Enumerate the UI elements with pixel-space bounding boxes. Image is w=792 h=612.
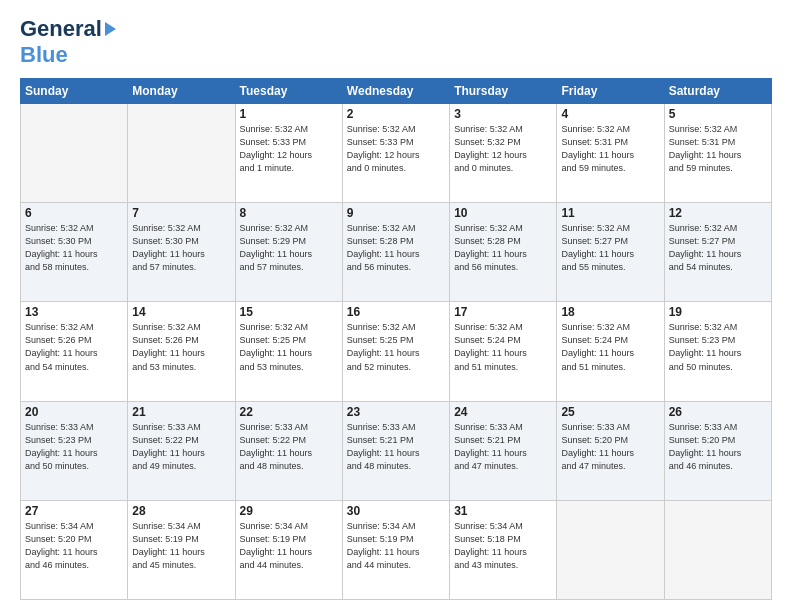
day-number: 7 <box>132 206 230 220</box>
calendar-week-5: 27Sunrise: 5:34 AM Sunset: 5:20 PM Dayli… <box>21 500 772 599</box>
day-number: 25 <box>561 405 659 419</box>
weekday-monday: Monday <box>128 79 235 104</box>
day-info: Sunrise: 5:32 AM Sunset: 5:27 PM Dayligh… <box>669 222 767 274</box>
day-number: 30 <box>347 504 445 518</box>
day-number: 18 <box>561 305 659 319</box>
weekday-thursday: Thursday <box>450 79 557 104</box>
day-info: Sunrise: 5:34 AM Sunset: 5:19 PM Dayligh… <box>240 520 338 572</box>
day-number: 19 <box>669 305 767 319</box>
calendar-cell: 16Sunrise: 5:32 AM Sunset: 5:25 PM Dayli… <box>342 302 449 401</box>
header: General Blue <box>20 16 772 68</box>
calendar-cell: 31Sunrise: 5:34 AM Sunset: 5:18 PM Dayli… <box>450 500 557 599</box>
day-info: Sunrise: 5:32 AM Sunset: 5:32 PM Dayligh… <box>454 123 552 175</box>
calendar-cell <box>128 104 235 203</box>
day-number: 3 <box>454 107 552 121</box>
calendar-cell <box>21 104 128 203</box>
day-info: Sunrise: 5:34 AM Sunset: 5:19 PM Dayligh… <box>132 520 230 572</box>
calendar-cell: 19Sunrise: 5:32 AM Sunset: 5:23 PM Dayli… <box>664 302 771 401</box>
calendar-cell: 20Sunrise: 5:33 AM Sunset: 5:23 PM Dayli… <box>21 401 128 500</box>
calendar-cell <box>557 500 664 599</box>
calendar-cell: 3Sunrise: 5:32 AM Sunset: 5:32 PM Daylig… <box>450 104 557 203</box>
calendar-cell: 6Sunrise: 5:32 AM Sunset: 5:30 PM Daylig… <box>21 203 128 302</box>
day-number: 24 <box>454 405 552 419</box>
page: General Blue SundayMondayTuesdayWednesda… <box>0 0 792 612</box>
day-info: Sunrise: 5:32 AM Sunset: 5:33 PM Dayligh… <box>240 123 338 175</box>
day-info: Sunrise: 5:32 AM Sunset: 5:26 PM Dayligh… <box>25 321 123 373</box>
calendar-cell: 22Sunrise: 5:33 AM Sunset: 5:22 PM Dayli… <box>235 401 342 500</box>
calendar-week-4: 20Sunrise: 5:33 AM Sunset: 5:23 PM Dayli… <box>21 401 772 500</box>
calendar-cell <box>664 500 771 599</box>
day-number: 22 <box>240 405 338 419</box>
calendar-week-1: 1Sunrise: 5:32 AM Sunset: 5:33 PM Daylig… <box>21 104 772 203</box>
day-number: 11 <box>561 206 659 220</box>
weekday-wednesday: Wednesday <box>342 79 449 104</box>
day-info: Sunrise: 5:32 AM Sunset: 5:25 PM Dayligh… <box>347 321 445 373</box>
day-number: 15 <box>240 305 338 319</box>
weekday-saturday: Saturday <box>664 79 771 104</box>
calendar-cell: 12Sunrise: 5:32 AM Sunset: 5:27 PM Dayli… <box>664 203 771 302</box>
day-info: Sunrise: 5:34 AM Sunset: 5:18 PM Dayligh… <box>454 520 552 572</box>
calendar-cell: 27Sunrise: 5:34 AM Sunset: 5:20 PM Dayli… <box>21 500 128 599</box>
day-info: Sunrise: 5:32 AM Sunset: 5:28 PM Dayligh… <box>347 222 445 274</box>
calendar-cell: 8Sunrise: 5:32 AM Sunset: 5:29 PM Daylig… <box>235 203 342 302</box>
day-info: Sunrise: 5:32 AM Sunset: 5:28 PM Dayligh… <box>454 222 552 274</box>
day-number: 12 <box>669 206 767 220</box>
day-info: Sunrise: 5:32 AM Sunset: 5:25 PM Dayligh… <box>240 321 338 373</box>
weekday-header-row: SundayMondayTuesdayWednesdayThursdayFrid… <box>21 79 772 104</box>
calendar-cell: 13Sunrise: 5:32 AM Sunset: 5:26 PM Dayli… <box>21 302 128 401</box>
calendar-cell: 29Sunrise: 5:34 AM Sunset: 5:19 PM Dayli… <box>235 500 342 599</box>
day-info: Sunrise: 5:32 AM Sunset: 5:31 PM Dayligh… <box>561 123 659 175</box>
calendar-week-2: 6Sunrise: 5:32 AM Sunset: 5:30 PM Daylig… <box>21 203 772 302</box>
calendar-cell: 23Sunrise: 5:33 AM Sunset: 5:21 PM Dayli… <box>342 401 449 500</box>
day-number: 9 <box>347 206 445 220</box>
day-number: 6 <box>25 206 123 220</box>
weekday-tuesday: Tuesday <box>235 79 342 104</box>
day-number: 29 <box>240 504 338 518</box>
logo-blue: Blue <box>20 42 68 67</box>
calendar-cell: 5Sunrise: 5:32 AM Sunset: 5:31 PM Daylig… <box>664 104 771 203</box>
day-number: 26 <box>669 405 767 419</box>
weekday-friday: Friday <box>557 79 664 104</box>
day-number: 14 <box>132 305 230 319</box>
day-info: Sunrise: 5:34 AM Sunset: 5:20 PM Dayligh… <box>25 520 123 572</box>
logo: General Blue <box>20 16 116 68</box>
day-info: Sunrise: 5:32 AM Sunset: 5:27 PM Dayligh… <box>561 222 659 274</box>
calendar-cell: 15Sunrise: 5:32 AM Sunset: 5:25 PM Dayli… <box>235 302 342 401</box>
calendar-cell: 9Sunrise: 5:32 AM Sunset: 5:28 PM Daylig… <box>342 203 449 302</box>
calendar-cell: 4Sunrise: 5:32 AM Sunset: 5:31 PM Daylig… <box>557 104 664 203</box>
day-info: Sunrise: 5:32 AM Sunset: 5:30 PM Dayligh… <box>25 222 123 274</box>
calendar-cell: 25Sunrise: 5:33 AM Sunset: 5:20 PM Dayli… <box>557 401 664 500</box>
calendar-cell: 10Sunrise: 5:32 AM Sunset: 5:28 PM Dayli… <box>450 203 557 302</box>
calendar-cell: 1Sunrise: 5:32 AM Sunset: 5:33 PM Daylig… <box>235 104 342 203</box>
day-number: 27 <box>25 504 123 518</box>
calendar-cell: 2Sunrise: 5:32 AM Sunset: 5:33 PM Daylig… <box>342 104 449 203</box>
calendar-cell: 11Sunrise: 5:32 AM Sunset: 5:27 PM Dayli… <box>557 203 664 302</box>
day-number: 2 <box>347 107 445 121</box>
calendar-week-3: 13Sunrise: 5:32 AM Sunset: 5:26 PM Dayli… <box>21 302 772 401</box>
day-number: 21 <box>132 405 230 419</box>
day-number: 31 <box>454 504 552 518</box>
calendar-cell: 18Sunrise: 5:32 AM Sunset: 5:24 PM Dayli… <box>557 302 664 401</box>
logo-general: General <box>20 16 102 42</box>
calendar-cell: 30Sunrise: 5:34 AM Sunset: 5:19 PM Dayli… <box>342 500 449 599</box>
calendar-cell: 21Sunrise: 5:33 AM Sunset: 5:22 PM Dayli… <box>128 401 235 500</box>
calendar-cell: 24Sunrise: 5:33 AM Sunset: 5:21 PM Dayli… <box>450 401 557 500</box>
day-info: Sunrise: 5:32 AM Sunset: 5:26 PM Dayligh… <box>132 321 230 373</box>
weekday-sunday: Sunday <box>21 79 128 104</box>
day-number: 13 <box>25 305 123 319</box>
day-info: Sunrise: 5:33 AM Sunset: 5:22 PM Dayligh… <box>132 421 230 473</box>
day-info: Sunrise: 5:33 AM Sunset: 5:21 PM Dayligh… <box>454 421 552 473</box>
calendar-cell: 14Sunrise: 5:32 AM Sunset: 5:26 PM Dayli… <box>128 302 235 401</box>
day-number: 4 <box>561 107 659 121</box>
day-number: 8 <box>240 206 338 220</box>
day-info: Sunrise: 5:33 AM Sunset: 5:23 PM Dayligh… <box>25 421 123 473</box>
day-info: Sunrise: 5:32 AM Sunset: 5:29 PM Dayligh… <box>240 222 338 274</box>
day-number: 23 <box>347 405 445 419</box>
day-info: Sunrise: 5:32 AM Sunset: 5:24 PM Dayligh… <box>561 321 659 373</box>
day-info: Sunrise: 5:32 AM Sunset: 5:30 PM Dayligh… <box>132 222 230 274</box>
day-number: 10 <box>454 206 552 220</box>
day-info: Sunrise: 5:32 AM Sunset: 5:31 PM Dayligh… <box>669 123 767 175</box>
day-info: Sunrise: 5:32 AM Sunset: 5:33 PM Dayligh… <box>347 123 445 175</box>
day-info: Sunrise: 5:32 AM Sunset: 5:24 PM Dayligh… <box>454 321 552 373</box>
logo-arrow-icon <box>105 22 116 36</box>
